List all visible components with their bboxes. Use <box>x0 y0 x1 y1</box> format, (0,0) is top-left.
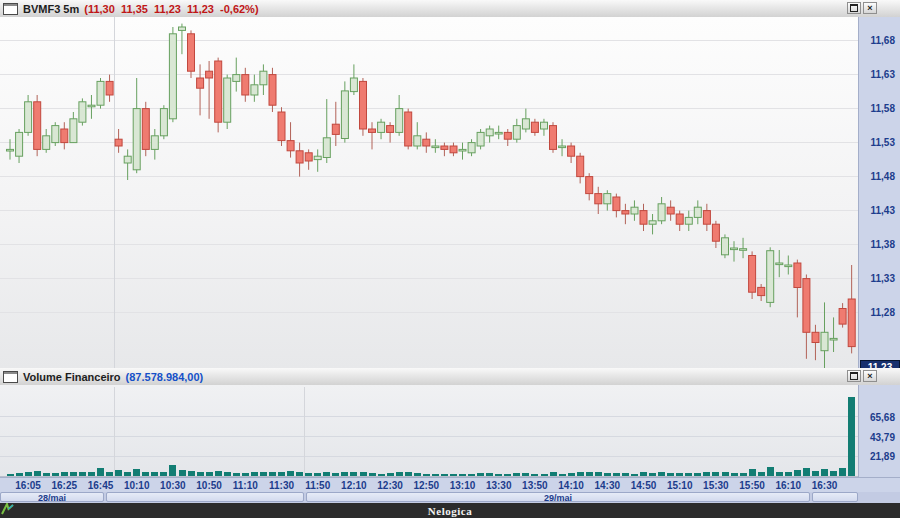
time-axis-label: 16:25 <box>46 480 82 491</box>
volume-bar <box>188 471 195 476</box>
volume-bar <box>848 397 855 476</box>
price-axis[interactable]: 11,23 11,6811,6311,5811,5311,4811,4311,3… <box>858 17 900 368</box>
candle-up <box>151 136 158 150</box>
candle-up <box>649 221 656 224</box>
status-bar: Nelogica <box>0 503 900 518</box>
candle-up <box>513 126 520 140</box>
volume-bar <box>586 472 593 477</box>
candle-up <box>468 143 475 153</box>
candle-up <box>477 132 484 146</box>
price-axis-label: 11,53 <box>859 137 895 148</box>
volume-bar <box>169 465 176 476</box>
window-icon <box>3 3 18 15</box>
close-button[interactable]: × <box>863 2 877 14</box>
candle-down <box>369 129 376 132</box>
candle-down <box>794 263 801 288</box>
candle-up <box>495 132 502 134</box>
volume-bar <box>179 470 186 476</box>
candle-down <box>106 81 113 95</box>
volume-bar <box>251 472 258 476</box>
maximize-icon <box>850 4 858 12</box>
candle-up <box>414 136 421 146</box>
candle-up <box>658 204 665 221</box>
time-axis-label: 11:30 <box>264 480 300 491</box>
candle-down <box>206 71 213 78</box>
candlestick-chart[interactable] <box>0 17 858 368</box>
candle-up <box>694 207 701 217</box>
volume-bar <box>712 472 719 477</box>
candle-down <box>703 211 710 225</box>
time-axis-label: 11:50 <box>300 480 336 491</box>
candle-up <box>559 146 566 148</box>
volume-bar <box>160 472 167 477</box>
maximize-button[interactable] <box>847 370 861 382</box>
volume-bar <box>821 469 828 476</box>
volume-bar <box>341 472 348 477</box>
volume-bar <box>722 472 729 476</box>
volume-bar <box>34 471 41 476</box>
candle-up <box>233 75 240 82</box>
volume-bar <box>224 472 231 476</box>
candle-up <box>169 34 176 119</box>
candle-up <box>124 156 131 163</box>
candle-up <box>541 122 548 129</box>
volume-axis[interactable]: 87,58 65,6843,7921,89 <box>858 385 900 477</box>
time-axis[interactable]: 16:0516:2516:4510:1010:3010:5011:1011:30… <box>0 477 900 492</box>
candle-up <box>821 332 828 350</box>
volume-bar <box>812 471 819 476</box>
date-section-28-mai: 28/mai <box>0 492 104 502</box>
volume-title: Volume Financeiro <box>23 371 121 383</box>
candle-down <box>405 112 412 146</box>
candle-down <box>242 75 249 95</box>
volume-bar <box>278 472 285 477</box>
candle-up <box>97 81 104 105</box>
volume-bar <box>25 472 32 476</box>
candle-up <box>378 122 385 132</box>
candle-down <box>504 132 511 139</box>
volume-bar <box>839 468 846 476</box>
candle-down <box>749 256 756 293</box>
volume-bar <box>758 472 765 477</box>
maximize-icon <box>850 372 858 380</box>
volume-bar <box>785 472 792 477</box>
time-axis-label: 14:30 <box>589 480 625 491</box>
time-axis-label: 16:05 <box>10 480 46 491</box>
volume-axis-label: 65,68 <box>859 412 895 423</box>
volume-bar <box>767 467 774 476</box>
candle-up <box>314 156 321 159</box>
candle-up <box>88 105 95 107</box>
volume-bar <box>830 471 837 476</box>
volume-bar <box>151 472 158 476</box>
candle-down <box>278 112 285 141</box>
volume-bar <box>296 472 303 476</box>
price-axis-label: 11,33 <box>859 273 895 284</box>
maximize-button[interactable] <box>847 2 861 14</box>
candle-up <box>43 136 50 150</box>
candle-up <box>486 129 493 136</box>
volume-bar <box>106 472 113 477</box>
candle-down <box>640 211 647 225</box>
price-axis-label: 11,63 <box>859 69 895 80</box>
volume-bar <box>142 472 149 477</box>
time-axis-label: 14:10 <box>553 480 589 491</box>
candle-up <box>685 217 692 224</box>
date-section-empty <box>812 492 858 502</box>
volume-axis-label: 43,79 <box>859 432 895 443</box>
candle-up <box>179 27 186 30</box>
close-button[interactable]: × <box>863 370 877 382</box>
time-axis-label: 12:10 <box>336 480 372 491</box>
candle-up <box>323 138 330 158</box>
candle-down <box>586 177 593 194</box>
candle-up <box>459 149 466 151</box>
candle-down <box>839 309 846 325</box>
candle-up <box>767 251 774 303</box>
volume-chart[interactable] <box>0 385 858 477</box>
candle-down <box>142 109 149 150</box>
volume-bar <box>396 472 403 476</box>
candle-up <box>25 102 32 133</box>
candle-up <box>604 194 611 204</box>
candle-down <box>441 146 448 149</box>
candle-up <box>731 248 738 250</box>
symbol-ohlc-values: (11,30 11,35 11,23 11,23 -0,62%) <box>84 3 258 15</box>
price-axis-label: 11,48 <box>859 171 895 182</box>
